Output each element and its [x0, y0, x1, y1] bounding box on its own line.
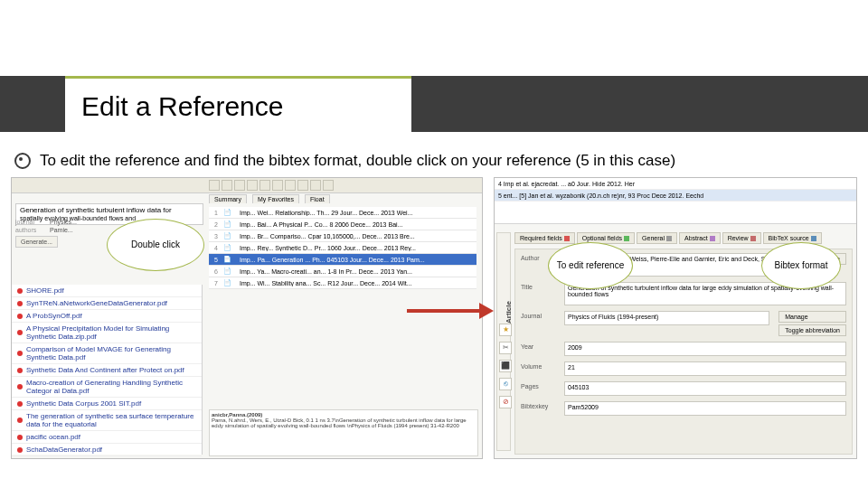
arrow-icon [407, 303, 497, 319]
table-row[interactable]: 1📄Imp... Wei... Relationship... Th... 29… [209, 207, 476, 219]
file-item[interactable]: pacific ocean.pdf [12, 431, 202, 444]
toolbar-icon[interactable] [272, 180, 283, 191]
toolbar-icon[interactable] [285, 180, 296, 191]
field-label: Journal [521, 311, 559, 319]
vertical-tab-bar: Article ★ ✂ ⬛ ⎋ ⊘ [496, 232, 511, 451]
reference-table: 1📄Imp... Wei... Relationship... Th... 29… [209, 207, 476, 289]
preview-pane: anicbr,Panna.(2009) Pama, N.ahrd., Wers,… [209, 409, 478, 456]
field-label: Title [521, 282, 559, 290]
toolbar-icon[interactable] [259, 180, 270, 191]
file-item[interactable]: A ProbSynOff.pdf [12, 310, 202, 323]
callout-bibtex: Bibtex format [761, 242, 841, 289]
year-input[interactable]: 2009 [564, 342, 846, 356]
file-item[interactable]: The generation of synthetic sea surface … [12, 410, 202, 431]
table-row[interactable]: 4📄Imp... Rey... Synthetic D... Pr... 106… [209, 242, 476, 254]
toggle-abbrev-button[interactable]: Toggle abbreviation [778, 324, 846, 336]
editor-tab[interactable]: Abstract [679, 232, 721, 244]
toolbar-icon[interactable] [234, 180, 245, 191]
table-row[interactable]: 4 Imp et al. ejacredat. ... a0 Jour. Hid… [495, 178, 856, 190]
field-label: Bibtexkey [521, 401, 559, 409]
editor-tab[interactable]: General [637, 232, 677, 244]
bullet-text: To edit the reference and find the bibte… [40, 152, 675, 170]
screenshot-right: 4 Imp et al. ejacredat. ... a0 Jour. Hid… [494, 177, 857, 459]
table-row[interactable]: 5📄Imp... Pa... Generation ... Ph... 0451… [209, 254, 476, 266]
title-box: Edit a Reference [65, 76, 411, 135]
file-item[interactable]: Synthetic Data Corpus 2001 SIT.pdf [12, 398, 202, 410]
file-item[interactable]: SchaDataGenerator.pdf [12, 444, 202, 456]
toolbar-icon[interactable] [222, 180, 232, 191]
bibtexkey-input[interactable]: Pam52009 [564, 401, 846, 416]
journal-input[interactable]: Physics of Fluids (1994-present) [564, 311, 769, 325]
table-row[interactable]: 5 ent... [5] Jan et al. wyzabonik (20.n.… [495, 190, 856, 202]
editor-tab[interactable]: Required fields [514, 232, 575, 244]
editor-tabs: Required fieldsOptional fieldsGeneralAbs… [514, 232, 822, 244]
link-icon[interactable]: ⎋ [499, 378, 512, 390]
lp-tabs: Summary My Favorites Float [209, 194, 330, 203]
star-icon[interactable]: ★ [499, 324, 512, 336]
file-item[interactable]: Synthetic Data And Continent after Prote… [12, 364, 202, 377]
file-item[interactable]: A Physical Precipitation Model for Simul… [12, 323, 202, 343]
pdf-icon[interactable]: ⬛ [499, 360, 512, 372]
rp-top-table: 4 Imp et al. ejacredat. ... a0 Jour. Hid… [495, 178, 856, 224]
callout-double-click: Double click [107, 219, 204, 271]
bullet-row: To edit the reference and find the bibte… [14, 152, 675, 170]
editor-tab[interactable]: Review [722, 232, 761, 244]
field-label: Pages [521, 381, 559, 389]
generate-button[interactable]: Generate... [15, 236, 58, 248]
toolbar-icon[interactable] [247, 180, 258, 191]
file-sidebar: SHORE.pdfSynTReN.aNetworkGeneDataGenerat… [12, 285, 203, 455]
toolbar-icon[interactable] [209, 180, 220, 191]
field-label: Year [521, 342, 559, 350]
lp-tab[interactable]: My Favorites [252, 194, 299, 203]
toolbar-icon[interactable] [297, 180, 308, 191]
close-icon[interactable]: ⊘ [499, 396, 512, 408]
table-row[interactable]: 3📄Imp... Br... Compariso... Cpar 10,1650… [209, 230, 476, 242]
toolbar-icon[interactable] [323, 180, 334, 191]
volume-input[interactable]: 21 [564, 361, 846, 376]
file-item[interactable]: Macro-creation of Generating Handling Sy… [12, 377, 202, 398]
toolbar-icon[interactable] [310, 180, 321, 191]
callout-to-edit: To edit reference [548, 242, 633, 289]
bullet-icon [14, 153, 31, 169]
field-label: Volume [521, 361, 559, 370]
cut-icon[interactable]: ✂ [499, 342, 512, 354]
lp-tab[interactable]: Summary [209, 194, 247, 203]
pages-input[interactable]: 045103 [564, 381, 846, 396]
table-row[interactable]: 7📄Imp... Wi... Stability ana... Sc... R1… [209, 277, 476, 289]
lp-tab[interactable]: Float [305, 194, 330, 203]
file-item[interactable]: SynTReN.aNetworkGeneDataGenerator.pdf [12, 297, 202, 310]
vertical-tab-label: Article [505, 301, 513, 324]
table-row[interactable]: 2📄Imp... Bai... A Physical P... Co... 8 … [209, 219, 476, 230]
lp-toolbar-icons [209, 180, 334, 191]
table-row[interactable]: 6📄Imp... Ya... Macro-creati... an... 1-8… [209, 266, 476, 277]
slide-title: Edit a Reference [81, 91, 283, 122]
file-item[interactable]: Comparison of Model MVAGE for Generating… [12, 343, 202, 364]
file-item[interactable]: SHORE.pdf [12, 285, 202, 297]
manage-button[interactable]: Manage [778, 311, 846, 323]
